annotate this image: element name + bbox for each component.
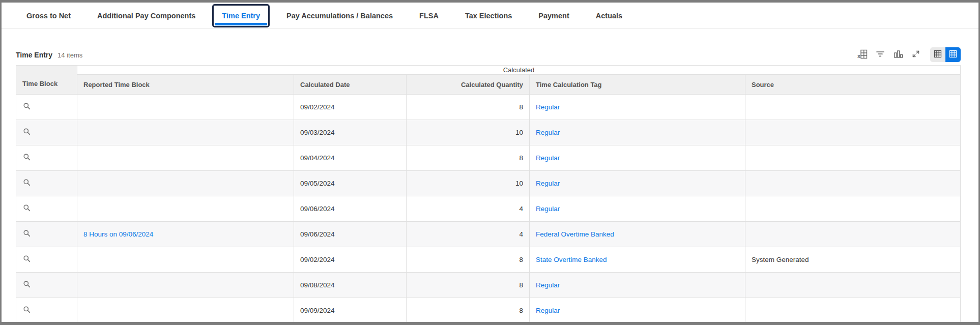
chart-icon [893,49,904,61]
filter-button[interactable] [875,49,886,61]
tab-time-entry[interactable]: Time Entry [212,4,270,27]
grid-view-icon [934,50,942,60]
magnify-row-button[interactable] [22,281,32,290]
table-row: 8 Hours on 09/06/2024 09/06/2024 4 Feder… [16,222,961,247]
column-header-calculated-date[interactable]: Calculated Date [294,75,407,95]
source-cell: System Generated [745,247,961,273]
reported-time-block-cell [77,273,294,298]
time-calculation-tag-link[interactable]: State Overtime Banked [536,256,607,263]
magnify-row-button[interactable] [22,255,32,264]
tab-additional-pay-components[interactable]: Additional Pay Components [88,4,205,27]
calculated-quantity-cell: 4 [407,196,530,222]
column-header-reported-time-block[interactable]: Reported Time Block [77,75,294,95]
magnify-row-button[interactable] [22,103,32,112]
export-to-excel-button[interactable]: x [857,49,868,61]
column-header-calculated-quantity[interactable]: Calculated Quantity [407,75,530,95]
expanded-grid-view-button[interactable] [945,47,961,62]
reported-time-block-cell [77,298,294,323]
magnify-row-button[interactable] [22,179,32,188]
magnifier-icon [23,128,31,137]
calculated-date-cell: 09/06/2024 [294,222,407,247]
table-row: 09/06/2024 4 Regular [16,196,961,222]
time-calculation-tag-link[interactable]: Regular [536,281,560,289]
grid-title: Time Entry 14 items [16,51,82,59]
calculated-quantity-cell: 4 [407,222,530,247]
selected-tab-underline [215,23,267,25]
table-row: 09/04/2024 8 Regular [16,145,961,171]
time-calculation-tag-link[interactable]: Regular [536,180,560,187]
calculated-quantity-cell: 8 [407,95,530,120]
source-cell [745,171,961,196]
compact-grid-view-button[interactable] [930,47,945,62]
tab-flsa[interactable]: FLSA [410,4,448,27]
table-row: 09/02/2024 8 State Overtime Banked Syste… [16,247,961,273]
calculated-quantity-cell: 10 [407,120,530,145]
magnifier-icon [23,204,31,214]
table-row: 09/03/2024 10 Regular [16,120,961,145]
magnifier-icon [23,306,31,315]
time-calculation-tag-link[interactable]: Regular [536,205,560,213]
grid-view-toggle [930,47,961,62]
magnifier-icon [23,153,31,163]
magnifier-icon [23,255,31,264]
time-entry-grid: Time Block Calculated Reported Time Bloc… [16,65,961,325]
source-cell [745,145,961,171]
column-header-time-calculation-tag[interactable]: Time Calculation Tag [530,75,745,95]
reported-time-block-cell [77,171,294,196]
grid-toolbar: x [857,47,961,62]
magnifier-icon [23,280,31,290]
calculated-date-cell: 09/08/2024 [294,273,407,298]
payroll-result-page: Gross to Net Additional Pay Components T… [0,0,980,325]
grid-title-text: Time Entry [16,51,52,59]
tab-gross-to-net[interactable]: Gross to Net [17,4,80,27]
magnifier-icon [23,102,31,112]
magnify-row-button[interactable] [22,154,32,163]
magnifier-icon [23,229,31,239]
export-to-excel-icon: x [857,49,868,61]
svg-text:x: x [857,52,861,58]
table-row: 09/08/2024 8 Regular [16,273,961,298]
table-row: 09/02/2024 8 Regular [16,95,961,120]
reported-time-block-cell [77,196,294,222]
grid-item-count: 14 items [57,51,82,59]
reported-time-block-cell [77,145,294,171]
reported-time-block-cell [77,120,294,145]
table-row-partial [16,323,961,325]
calculated-date-cell: 09/09/2024 [294,298,407,323]
tab-bar: Gross to Net Additional Pay Components T… [2,3,978,29]
tab-actuals[interactable]: Actuals [586,4,632,27]
calculated-date-cell: 09/03/2024 [294,120,407,145]
magnify-row-button[interactable] [22,128,32,137]
source-cell [745,222,961,247]
chart-button[interactable] [892,49,904,61]
column-group-calculated: Calculated [77,66,961,75]
table-row: 09/09/2024 8 Regular [16,298,961,323]
tab-pay-accumulations-balances[interactable]: Pay Accumulations / Balances [277,4,402,27]
magnify-row-button[interactable] [22,230,32,239]
calculated-date-cell: 09/04/2024 [294,145,407,171]
filter-icon [875,49,885,61]
expand-button[interactable] [910,49,921,61]
reported-time-block-cell [77,95,294,120]
tab-tax-elections[interactable]: Tax Elections [455,4,522,27]
tab-time-entry-label: Time Entry [222,12,260,20]
reported-time-block-link[interactable]: 8 Hours on 09/06/2024 [83,230,153,238]
calculated-quantity-cell: 8 [407,145,530,171]
column-header-source[interactable]: Source [745,75,961,95]
time-calculation-tag-link[interactable]: Regular [536,129,560,136]
time-calculation-tag-link[interactable]: Regular [536,307,560,314]
calculated-quantity-cell: 8 [407,298,530,323]
time-calculation-tag-link[interactable]: Regular [536,103,560,111]
calculated-date-cell: 09/06/2024 [294,196,407,222]
source-cell [745,120,961,145]
source-cell [745,196,961,222]
tab-payment[interactable]: Payment [529,4,579,27]
magnify-row-button[interactable] [22,306,32,315]
calculated-quantity-cell: 8 [407,273,530,298]
time-calculation-tag-link[interactable]: Regular [536,154,560,162]
column-header-time-block[interactable]: Time Block [16,66,77,95]
magnify-row-button[interactable] [22,204,32,214]
calculated-date-cell: 09/05/2024 [294,171,407,196]
source-cell [745,95,961,120]
time-calculation-tag-link[interactable]: Federal Overtime Banked [536,230,614,238]
